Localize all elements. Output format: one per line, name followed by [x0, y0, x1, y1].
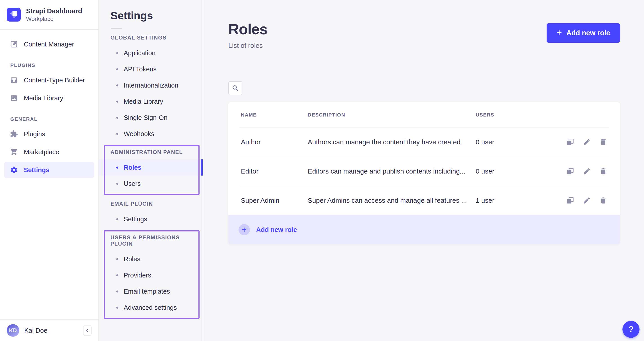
nav-item-label: Content-Type Builder	[24, 76, 85, 84]
duplicate-role-button[interactable]	[566, 167, 574, 175]
nav-item-media-library[interactable]: Media Library	[4, 90, 94, 106]
collapse-sidebar-button[interactable]	[83, 325, 92, 336]
search-button[interactable]	[228, 81, 242, 95]
subnav-item-label: Webhooks	[124, 130, 154, 138]
plus-circle-icon: +	[238, 224, 250, 235]
nav-item-label: Settings	[24, 166, 50, 174]
main-sidebar: Strapi Dashboard Workplace Content Manag…	[0, 0, 99, 341]
delete-role-button[interactable]	[599, 167, 608, 175]
bullet-icon	[116, 52, 118, 54]
duplicate-icon	[566, 167, 574, 175]
delete-icon	[599, 138, 608, 146]
subnav-item-label: Email templates	[124, 288, 170, 295]
media-library-icon	[10, 94, 18, 102]
subnav-item-label: Providers	[124, 272, 151, 279]
duplicate-role-button[interactable]	[566, 138, 574, 146]
bullet-icon	[116, 258, 118, 260]
add-new-role-button[interactable]: + Add new role	[546, 23, 620, 43]
gear-icon	[10, 166, 18, 174]
role-users-count: 0 user	[476, 138, 551, 146]
delete-icon	[599, 196, 608, 204]
page-subtitle: List of roles	[228, 42, 268, 50]
active-indicator-bar	[201, 160, 203, 176]
subnav-item-label: Media Library	[124, 98, 163, 105]
table-add-new-role[interactable]: + Add new role	[228, 215, 620, 244]
group-administration-panel-annotation-box: ADMINISTRATION PANEL Roles Users	[99, 145, 203, 195]
subnav-item-admin-users[interactable]: Users	[99, 176, 203, 192]
subnav-item-admin-roles[interactable]: Roles	[99, 160, 203, 176]
nav-section-plugins: PLUGINS	[0, 62, 98, 68]
bullet-icon	[116, 100, 118, 102]
bullet-icon	[116, 68, 118, 70]
group-email-plugin: EMAIL PLUGIN Settings	[99, 201, 203, 227]
edit-role-button[interactable]	[583, 138, 591, 146]
subnav-item-label: API Tokens	[124, 66, 156, 73]
user-name: Kai Doe	[24, 327, 47, 334]
edit-role-button[interactable]	[583, 167, 591, 175]
subnav-item-up-roles[interactable]: Roles	[99, 251, 203, 267]
edit-role-button[interactable]	[583, 196, 591, 204]
bullet-icon	[116, 307, 118, 309]
plus-icon: +	[556, 28, 562, 37]
subnav-item-email-settings[interactable]: Settings	[99, 211, 203, 227]
nav-item-label: Marketplace	[24, 148, 59, 156]
delete-role-button[interactable]	[599, 196, 608, 204]
cart-icon	[10, 148, 18, 156]
bullet-icon	[116, 133, 118, 135]
edit-icon	[583, 196, 591, 204]
table-row[interactable]: Author Authors can manage the content th…	[228, 128, 620, 157]
subnav-item-label: Internationalization	[124, 82, 178, 89]
column-header-users: USERS	[476, 112, 551, 118]
role-description: Editors can manage and publish contents …	[308, 168, 476, 175]
table-row[interactable]: Super Admin Super Admins can access and …	[228, 186, 620, 215]
column-header-name: NAME	[241, 112, 308, 118]
role-users-count: 0 user	[476, 168, 551, 175]
subnav-item-application[interactable]: Application	[99, 45, 203, 61]
nav-item-content-manager[interactable]: Content Manager	[4, 36, 94, 52]
subnav-item-advanced-settings[interactable]: Advanced settings	[99, 300, 203, 316]
workspace-name: Workplace	[26, 16, 82, 22]
subnav-item-label: Advanced settings	[124, 304, 177, 311]
workspace-header: Strapi Dashboard Workplace	[0, 0, 98, 30]
bullet-icon	[116, 218, 118, 220]
nav-item-settings[interactable]: Settings	[4, 162, 94, 178]
subnav-item-single-sign-on[interactable]: Single Sign-On	[99, 110, 203, 126]
group-label: ADMINISTRATION PANEL	[99, 149, 203, 155]
subnav-item-media-library[interactable]: Media Library	[99, 94, 203, 110]
nav-item-label: Plugins	[24, 130, 45, 138]
duplicate-role-button[interactable]	[566, 196, 574, 204]
subnav-item-api-tokens[interactable]: API Tokens	[99, 61, 203, 77]
avatar[interactable]: KD	[7, 324, 19, 337]
app-title: Strapi Dashboard	[26, 7, 82, 15]
delete-icon	[599, 167, 608, 175]
column-header-description: DESCRIPTION	[308, 112, 476, 118]
puzzle-icon	[10, 130, 18, 138]
subnav-item-providers[interactable]: Providers	[99, 267, 203, 283]
subnav-item-label: Application	[124, 50, 156, 57]
duplicate-icon	[566, 196, 574, 204]
subnav-item-webhooks[interactable]: Webhooks	[99, 126, 203, 142]
page-title: Roles	[228, 21, 268, 38]
nav-item-content-type-builder[interactable]: Content-Type Builder	[4, 72, 94, 88]
nav-item-label: Media Library	[24, 94, 63, 102]
settings-subnav: Settings GLOBAL SETTINGS Application API…	[99, 0, 203, 341]
bullet-icon	[116, 84, 118, 86]
nav-item-marketplace[interactable]: Marketplace	[4, 144, 94, 160]
delete-role-button[interactable]	[599, 138, 608, 146]
edit-icon	[583, 138, 591, 146]
help-button[interactable]: ?	[622, 321, 640, 338]
edit-icon	[583, 167, 591, 175]
nav-item-plugins[interactable]: Plugins	[4, 126, 94, 142]
table-row[interactable]: Editor Editors can manage and publish co…	[228, 157, 620, 186]
content-type-builder-icon	[10, 76, 18, 84]
main-content: Roles List of roles + Add new role NAME …	[203, 0, 644, 341]
divider	[111, 28, 122, 29]
role-name: Author	[241, 138, 308, 146]
subnav-item-email-templates[interactable]: Email templates	[99, 283, 203, 300]
nav-item-label: Content Manager	[24, 41, 74, 48]
role-description: Super Admins can access and manage all f…	[308, 197, 476, 204]
role-name: Editor	[241, 168, 308, 175]
role-description: Authors can manage the content they have…	[308, 138, 476, 146]
bullet-icon	[116, 183, 118, 185]
subnav-item-internationalization[interactable]: Internationalization	[99, 77, 203, 94]
